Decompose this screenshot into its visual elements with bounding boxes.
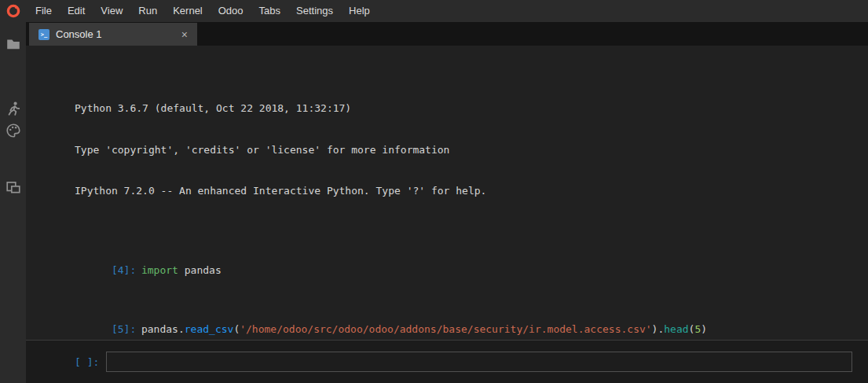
console-cell: [5]:pandas.read_csv('/home/odoo/src/odoo… [75,308,868,340]
next-input-prompt: [ ]: [75,356,104,368]
console-icon: >_ [38,29,49,40]
tab-label: Console 1 [56,28,180,40]
console-panel: Python 3.6.7 (default, Oct 22 2018, 11:3… [26,46,868,383]
menu-kernel[interactable]: Kernel [165,0,211,22]
code-line: pandas.read_csv('/home/odoo/src/odoo/odo… [141,323,707,335]
tab-bar: >_ Console 1 × [26,22,868,46]
console-banner: Python 3.6.7 (default, Oct 22 2018, 11:3… [75,74,868,226]
command-palette-icon[interactable] [5,123,21,138]
console-input-area: [ ]: [26,340,868,383]
odoo-logo-icon [5,3,21,19]
input-prompt: [5]: [112,322,141,337]
banner-line: Python 3.6.7 (default, Oct 22 2018, 11:3… [75,101,868,116]
banner-line: Type 'copyright', 'credits' or 'license'… [75,143,868,157]
menu-run[interactable]: Run [130,0,165,22]
menu-tabs[interactable]: Tabs [251,0,288,22]
running-sessions-icon[interactable] [5,101,21,116]
close-icon[interactable]: × [180,28,189,42]
banner-line: IPython 7.2.0 -- An enhanced Interactive… [75,184,868,198]
left-sidebar [0,22,26,383]
menu-view[interactable]: View [93,0,130,22]
file-browser-icon[interactable] [5,36,21,52]
tab-console-1[interactable]: >_ Console 1 × [29,23,197,46]
open-tabs-icon[interactable] [5,179,21,195]
menu-odoo[interactable]: Odoo [211,0,251,22]
console-cell: [4]:import pandas [75,250,868,292]
menu-edit[interactable]: Edit [60,0,93,22]
console-input[interactable] [106,352,852,372]
menu-help[interactable]: Help [341,0,378,22]
menu-settings[interactable]: Settings [288,0,341,22]
menubar: File Edit View Run Kernel Odoo Tabs Sett… [0,0,868,22]
console-history: Python 3.6.7 (default, Oct 22 2018, 11:3… [26,46,868,340]
code-line: import pandas [141,264,222,276]
menu-file[interactable]: File [27,0,60,22]
input-prompt: [4]: [112,263,141,278]
